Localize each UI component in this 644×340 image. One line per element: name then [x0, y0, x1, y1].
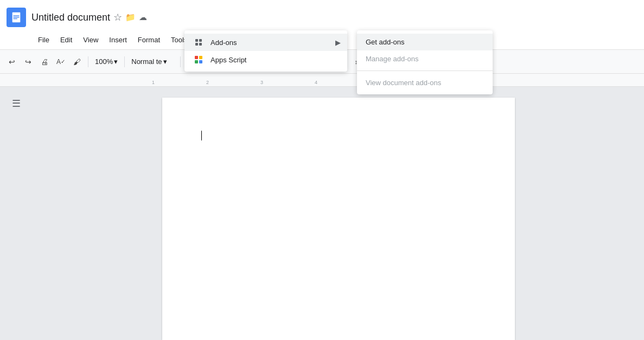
menu-item-edit[interactable]: Edit — [55, 34, 78, 46]
zoom-arrow: ▾ — [114, 57, 118, 66]
toolbar-divider-3 — [180, 56, 181, 67]
toolbar-divider-2 — [124, 56, 125, 67]
svg-rect-2 — [14, 17, 20, 17]
zoom-selector[interactable]: 100% ▾ — [92, 56, 121, 67]
apps-script-icon — [193, 55, 204, 64]
star-icon[interactable]: ☆ — [113, 11, 122, 23]
manage-addons-item[interactable]: Manage add-ons — [357, 50, 493, 67]
paint-format-button[interactable]: 🖌 — [69, 54, 85, 69]
title-bar: Untitled document ☆ 📁 ☁ — [0, 0, 644, 30]
svg-rect-9 — [195, 56, 198, 59]
menu-item-insert[interactable]: Insert — [104, 34, 132, 46]
get-addons-label: Get add-ons — [366, 38, 405, 46]
get-addons-item[interactable]: Get add-ons — [357, 34, 493, 50]
cloud-icon[interactable]: ☁ — [139, 12, 147, 22]
addons-label: Add-ons — [211, 39, 237, 47]
folder-icon[interactable]: 📁 — [125, 12, 136, 22]
ruler-content: 1 2 3 4 5 — [33, 74, 644, 86]
doc-title[interactable]: Untitled document — [31, 12, 110, 23]
spellcheck-button[interactable]: A✓ — [53, 54, 68, 69]
subdropdown-divider — [357, 70, 493, 71]
svg-rect-3 — [14, 18, 17, 19]
document-page[interactable] — [162, 98, 515, 340]
svg-rect-7 — [199, 43, 202, 46]
style-value: Normal te — [131, 57, 162, 66]
doc-area: ☰ — [0, 87, 644, 340]
ruler-tick-2: 2 — [206, 80, 209, 85]
svg-rect-6 — [195, 43, 198, 46]
style-arrow: ▾ — [163, 57, 167, 66]
toolbar-divider-1 — [88, 56, 88, 67]
svg-rect-1 — [14, 15, 20, 16]
menu-item-view[interactable]: View — [78, 34, 104, 46]
title-icons: ☆ 📁 ☁ — [113, 11, 147, 23]
ruler-tick-3: 3 — [260, 80, 263, 85]
redo-button[interactable]: ↪ — [21, 54, 36, 69]
manage-addons-label: Manage add-ons — [366, 55, 419, 63]
undo-button[interactable]: ↩ — [4, 54, 20, 69]
svg-rect-12 — [199, 60, 202, 63]
left-sidebar: ☰ — [0, 87, 33, 340]
ruler-tick-4: 4 — [315, 80, 317, 85]
zoom-value: 100% — [95, 57, 113, 66]
view-doc-addons-label: View document add-ons — [366, 79, 441, 87]
extensions-dropdown: Add-ons ▶ Apps Script — [184, 30, 347, 72]
app-icon — [7, 8, 26, 27]
print-button[interactable]: 🖨 — [37, 54, 52, 69]
ruler-tick-1: 1 — [152, 80, 155, 85]
view-doc-addons-item[interactable]: View document add-ons — [357, 74, 493, 91]
svg-rect-10 — [199, 56, 202, 59]
page-container — [33, 87, 644, 340]
menu-item-format[interactable]: Format — [132, 34, 165, 46]
sidebar-outline-icon[interactable]: ☰ — [12, 98, 21, 110]
svg-rect-11 — [195, 60, 198, 63]
svg-rect-5 — [199, 39, 202, 42]
addons-subdropdown: Get add-ons Manage add-ons View document… — [357, 30, 493, 94]
svg-rect-4 — [195, 39, 198, 42]
addons-icon — [193, 38, 204, 47]
menu-item-file[interactable]: File — [33, 34, 55, 46]
doc-title-area: Untitled document ☆ 📁 ☁ — [31, 11, 147, 23]
text-cursor — [201, 131, 202, 140]
style-selector[interactable]: Normal te ▾ — [128, 56, 177, 67]
apps-script-menu-item[interactable]: Apps Script — [184, 51, 347, 68]
ruler: 1 2 3 4 5 — [0, 74, 644, 87]
addons-menu-item[interactable]: Add-ons ▶ — [184, 34, 347, 51]
addons-arrow-icon: ▶ — [335, 39, 341, 47]
apps-script-label: Apps Script — [211, 56, 246, 64]
